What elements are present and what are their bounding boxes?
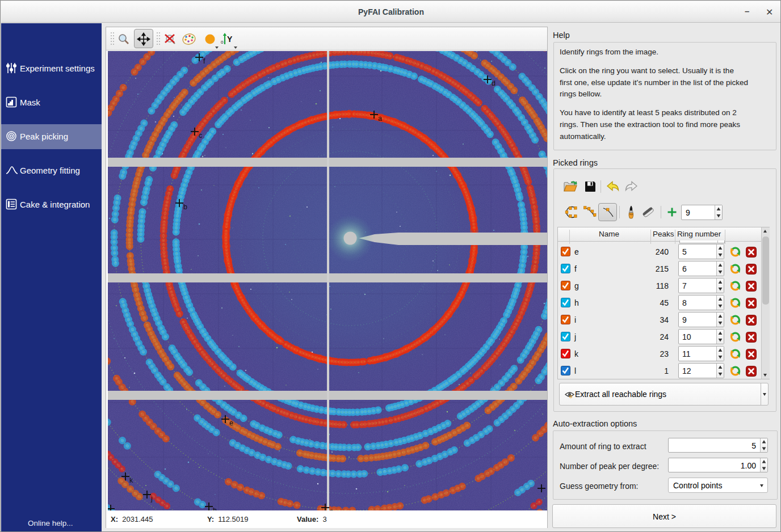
svg-text:k: k — [129, 476, 133, 484]
svg-text:j: j — [150, 495, 153, 503]
svg-text:e: e — [229, 419, 233, 427]
svg-text:0: 0 — [221, 40, 224, 45]
svg-text:c: c — [199, 132, 202, 140]
svg-text:a: a — [378, 115, 382, 123]
svg-text:f: f — [203, 57, 205, 65]
svg-text:b: b — [183, 203, 187, 211]
svg-text:Y: Y — [227, 35, 233, 44]
svg-text:h: h — [213, 506, 217, 510]
svg-text:d: d — [492, 79, 496, 87]
